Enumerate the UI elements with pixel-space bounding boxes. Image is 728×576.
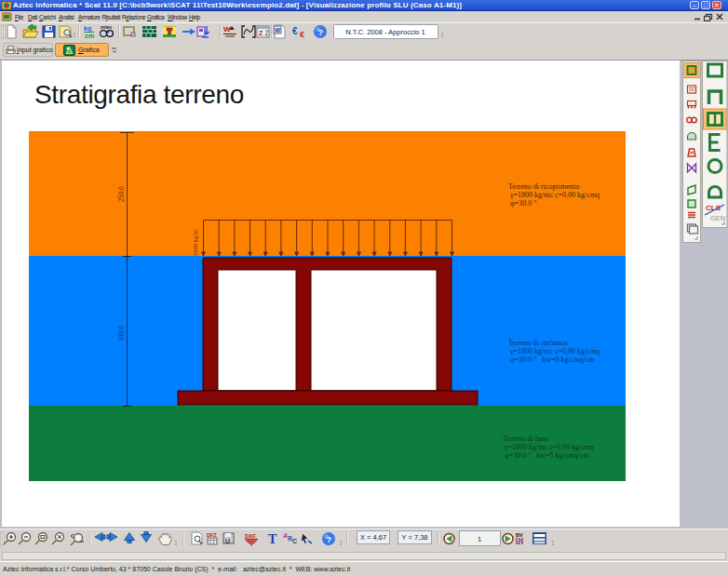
svg-text:€: € xyxy=(300,30,304,39)
svg-text:U: U xyxy=(225,538,230,544)
svg-text:cm: cm xyxy=(85,33,94,39)
svg-text:1000 kg/m: 1000 kg/m xyxy=(192,230,198,256)
svg-text:DXF: DXF xyxy=(245,533,256,539)
svg-text:notes: notes xyxy=(101,25,112,30)
svg-text:W: W xyxy=(275,27,281,33)
svg-text:?: ? xyxy=(327,535,332,544)
svg-text:kg: kg xyxy=(84,25,91,33)
svg-text:Z: Z xyxy=(259,30,263,36)
svg-text:GEN: GEN xyxy=(710,214,725,222)
svg-text:N.T.C. 2008 - Approccio 1: N.T.C. 2008 - Approccio 1 xyxy=(345,28,425,36)
svg-text:C: C xyxy=(292,538,297,544)
svg-text:€: € xyxy=(292,26,298,36)
svg-text:?: ? xyxy=(318,28,324,37)
svg-text:BV: BV xyxy=(516,532,523,538)
svg-text:DFZ: DFZ xyxy=(207,532,217,538)
svg-text:390.0: 390.0 xyxy=(117,326,126,342)
svg-text:250.0: 250.0 xyxy=(117,186,126,202)
svg-text:T: T xyxy=(268,532,277,546)
svg-text:1: 1 xyxy=(478,535,481,543)
